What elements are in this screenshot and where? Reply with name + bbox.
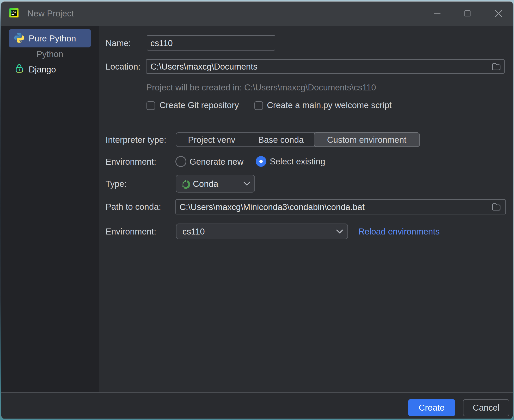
svg-text:PC: PC bbox=[11, 10, 16, 14]
